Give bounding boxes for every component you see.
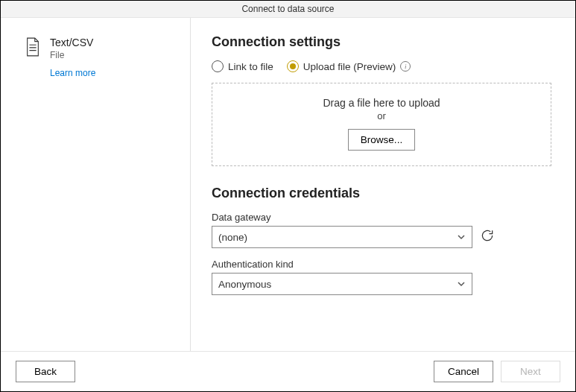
info-icon[interactable]: i bbox=[400, 61, 411, 72]
file-dropzone[interactable]: Drag a file here to upload or Browse... bbox=[212, 83, 551, 166]
content-panel: Connection settings Link to file Upload … bbox=[191, 18, 575, 351]
data-gateway-select[interactable]: (none) bbox=[212, 226, 472, 248]
source-text: Text/CSV File Learn more bbox=[50, 36, 95, 78]
radio-label: Upload file (Preview) bbox=[303, 61, 396, 72]
data-gateway-value: (none) bbox=[218, 232, 247, 243]
data-gateway-label: Data gateway bbox=[212, 212, 551, 223]
back-button[interactable]: Back bbox=[16, 361, 75, 382]
chevron-down-icon bbox=[457, 233, 466, 241]
file-icon bbox=[25, 37, 41, 78]
source-title: Text/CSV bbox=[50, 36, 95, 49]
data-source-item: Text/CSV File Learn more bbox=[25, 36, 175, 78]
next-button[interactable]: Next bbox=[501, 361, 560, 382]
radio-icon bbox=[212, 60, 224, 72]
radio-label: Link to file bbox=[228, 61, 273, 72]
learn-more-link[interactable]: Learn more bbox=[50, 68, 95, 78]
upload-mode-radio-group: Link to file Upload file (Preview) i bbox=[212, 60, 551, 72]
chevron-down-icon bbox=[457, 279, 466, 288]
dropzone-text: Drag a file here to upload bbox=[220, 97, 543, 109]
connection-settings-heading: Connection settings bbox=[212, 34, 551, 50]
authentication-kind-label: Authentication kind bbox=[212, 259, 551, 270]
radio-upload-file[interactable]: Upload file (Preview) i bbox=[287, 60, 411, 72]
main-area: Text/CSV File Learn more Connection sett… bbox=[1, 18, 575, 351]
radio-icon bbox=[287, 60, 299, 72]
footer-right: Cancel Next bbox=[434, 361, 560, 382]
window-title: Connect to data source bbox=[1, 1, 575, 18]
refresh-icon[interactable] bbox=[480, 228, 495, 246]
authentication-kind-value: Anonymous bbox=[218, 279, 271, 290]
dropzone-or: or bbox=[220, 110, 543, 121]
source-subtitle: File bbox=[50, 50, 95, 60]
sidebar: Text/CSV File Learn more bbox=[1, 18, 191, 351]
cancel-button[interactable]: Cancel bbox=[434, 361, 493, 382]
browse-button[interactable]: Browse... bbox=[348, 129, 415, 151]
connection-credentials-heading: Connection credentials bbox=[212, 186, 551, 201]
footer: Back Cancel Next bbox=[1, 351, 575, 391]
radio-link-to-file[interactable]: Link to file bbox=[212, 60, 273, 72]
authentication-kind-select[interactable]: Anonymous bbox=[212, 273, 472, 295]
